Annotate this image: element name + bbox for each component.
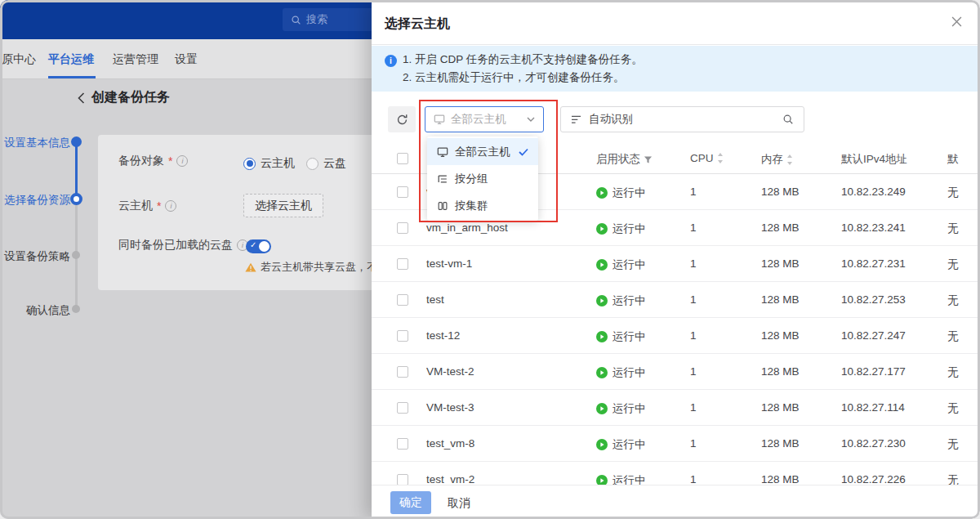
row-checkbox[interactable] [397,222,408,234]
radio-cloud-disk[interactable]: 云盘 [306,156,346,171]
back-icon[interactable] [78,92,85,104]
sort-icon[interactable] [786,154,793,165]
row-checkbox[interactable] [397,294,408,306]
vm-cpu: 1 [690,365,697,378]
drawer-header: 选择云主机 [372,0,980,45]
monitor-icon [434,114,445,125]
vm-ipv6: 无 [947,329,959,344]
row-checkbox[interactable] [397,438,408,450]
status-badge: 运行中 [596,293,646,308]
drawer-title: 选择云主机 [385,16,450,33]
vm-name: VM-test-3 [426,401,474,414]
step-dot-todo-1 [72,251,80,259]
running-status-icon [596,475,608,485]
close-icon[interactable] [951,16,962,27]
backup-disk-toggle[interactable]: ✓ [246,239,271,253]
table-row[interactable]: VM-test-3 运行中 1 128 MB 10.82.27.114 无 [372,390,980,426]
step-basic-info[interactable]: 设置基本信息 [0,136,70,150]
radio-cloud-host[interactable]: 云主机 [243,156,295,171]
status-badge: 运行中 [596,473,646,485]
status-text: 运行中 [612,365,646,380]
status-text: 运行中 [612,329,646,344]
info-alert: i 1. 开启 CDP 任务的云主机不支持创建备份任务。 2. 云主机需处于运行… [372,46,980,92]
stepper-line-done [75,141,78,199]
row-checkbox[interactable] [397,186,408,198]
step-backup-policy[interactable]: 设置备份策略 [0,249,70,264]
status-text: 运行中 [612,293,646,308]
column-status[interactable]: 启用状态 [596,152,653,167]
row-checkbox[interactable] [397,474,408,485]
menu-item-by-group[interactable]: 按分组 [427,165,538,192]
vm-memory: 128 MB [761,293,800,306]
backup-object-label-text: 备份对象 [118,154,164,168]
vm-ipv4: 10.82.27.226 [841,473,906,485]
nav-tab-operation-mgmt[interactable]: 运营管理 [113,52,158,67]
status-badge: 运行中 [596,186,646,200]
cancel-button[interactable]: 取消 [448,496,470,511]
vm-ipv6: 无 [947,473,959,485]
nav-tab-resource-center[interactable]: 原中心 [2,52,36,67]
vm-name: test_vm-2 [426,473,474,485]
table-row[interactable]: test-12 运行中 1 128 MB 10.82.27.247 无 [372,318,980,354]
vm-ipv6: 无 [947,365,959,380]
select-vm-button[interactable]: 选择云主机 [243,194,323,217]
row-checkbox[interactable] [397,402,408,414]
nav-tabs: 原中心 平台运维 运营管理 设置 [0,39,376,79]
running-status-icon [596,403,608,414]
step-select-resource[interactable]: 选择备份资源 [0,193,70,208]
nav-tab-settings[interactable]: 设置 [175,52,198,67]
column-ipv6-label: 默 [947,152,959,167]
vm-memory: 128 MB [761,365,800,378]
status-text: 运行中 [612,437,646,452]
alert-line-1: 1. 开启 CDP 任务的云主机不支持创建备份任务。 [403,52,643,67]
column-memory[interactable]: 内存 [761,152,793,167]
vm-search-input[interactable]: 自动识别 [560,106,804,132]
vm-ipv4: 10.82.27.177 [841,365,906,378]
column-cpu[interactable]: CPU [690,152,724,164]
vm-field-label: 云主机 * i [118,199,176,213]
toggle-check-icon: ✓ [250,240,256,249]
step-confirm-info[interactable]: 确认信息 [0,303,70,318]
table-row[interactable]: VM-test-2 运行中 1 128 MB 10.82.27.177 无 [372,354,980,390]
running-status-icon [596,259,608,271]
column-status-label: 启用状态 [596,152,640,167]
menu-item-by-cluster[interactable]: 按集群 [427,192,538,219]
nav-tab-platform-ops[interactable]: 平台运维 [48,52,94,67]
monitor-icon [437,146,448,158]
filter-funnel-icon[interactable] [644,155,653,164]
vm-cpu: 1 [690,221,697,234]
column-ipv6-truncated: 默 [947,152,959,167]
vm-ipv4: 10.82.23.241 [841,221,906,234]
vm-name: test [426,293,444,306]
confirm-button[interactable]: 确定 [390,491,431,514]
search-placeholder: 搜索 [306,12,327,27]
vm-filter-select[interactable]: 全部云主机 [425,106,544,132]
running-status-icon [596,187,608,199]
vm-ipv6: 无 [947,257,959,272]
vm-memory: 128 MB [761,186,800,198]
menu-item-all-vms[interactable]: 全部云主机 [427,138,538,165]
refresh-button[interactable] [388,106,416,132]
table-row[interactable]: test 运行中 1 128 MB 10.82.27.253 无 [372,282,980,318]
row-checkbox[interactable] [397,258,408,270]
table-row[interactable]: test_vm-2 运行中 1 128 MB 10.82.27.226 无 [372,462,980,485]
backup-object-radio-group: 云主机 云盘 [243,156,346,171]
drawer-footer: 确定 取消 [372,485,980,519]
table-row[interactable]: test-vm-1 运行中 1 128 MB 10.82.27.231 无 [372,246,980,282]
vm-ipv4: 10.82.27.231 [841,257,906,270]
table-row[interactable]: test_vm-8 运行中 1 128 MB 10.82.27.230 无 [372,426,980,462]
global-search-input[interactable]: 搜索 [283,8,381,31]
vm-ipv6: 无 [947,401,959,416]
warning-icon [245,262,256,272]
row-checkbox[interactable] [397,366,408,378]
app-window: 搜索 原中心 平台运维 运营管理 设置 创建备份任务 设置基本信息 选择备份资源… [0,0,980,519]
sort-icon[interactable] [717,153,724,163]
vm-cpu: 1 [690,186,697,198]
vm-memory: 128 MB [761,221,800,234]
vm-ipv4: 10.82.27.114 [841,401,905,414]
row-checkbox[interactable] [397,330,408,342]
warning-text: 若云主机带共享云盘，不支 [261,260,388,275]
refresh-icon [396,114,408,126]
alert-line-2: 2. 云主机需处于运行中，才可创建备份任务。 [403,70,625,85]
select-all-checkbox[interactable] [397,153,408,164]
